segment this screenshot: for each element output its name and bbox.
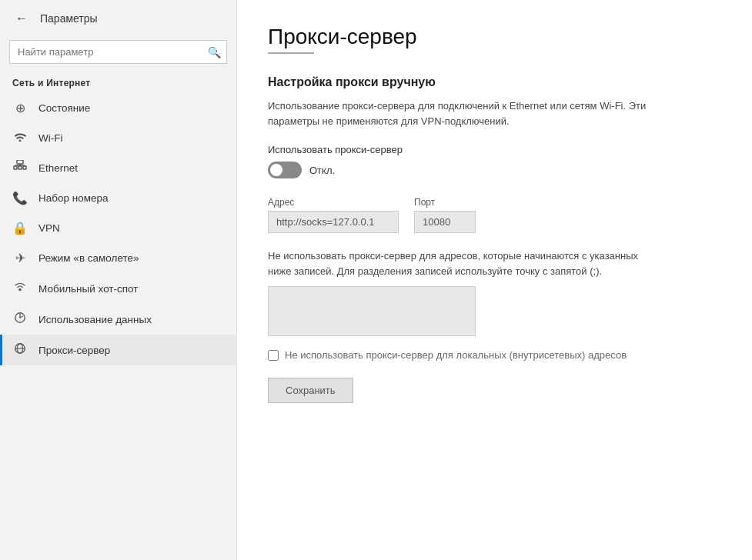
save-button[interactable]: Сохранить (268, 378, 353, 403)
svg-rect-0 (17, 160, 23, 164)
local-bypass-label: Не использовать прокси-сервер для локаль… (285, 348, 627, 362)
sidebar-item-ethernet[interactable]: Ethernet (0, 152, 236, 183)
page-title: Прокси-сервер (268, 25, 721, 49)
address-label: Адрес (268, 197, 399, 208)
hotspot-icon (12, 281, 28, 296)
sidebar-item-label: Прокси-сервер (38, 345, 110, 356)
local-bypass-row: Не использовать прокси-сервер для локаль… (268, 348, 645, 362)
sidebar-item-dialup[interactable]: 📞 Набор номера (0, 183, 236, 213)
port-field-group: Порт (414, 197, 476, 233)
manual-section-title: Настройка прокси вручную (268, 75, 721, 89)
sidebar-item-label: Ethernet (38, 162, 78, 174)
port-label: Порт (414, 197, 476, 208)
sidebar-nav: ⊕ Состояние Wi-Fi (0, 93, 236, 365)
address-field-group: Адрес (268, 197, 399, 233)
sidebar-item-label: Использование данных (38, 314, 152, 325)
proxy-toggle[interactable] (268, 162, 302, 178)
sidebar-item-vpn[interactable]: 🔒 VPN (0, 213, 236, 243)
sidebar-item-label: Режим «в самолете» (38, 252, 139, 264)
ethernet-icon (12, 160, 28, 175)
sidebar-item-label: Состояние (38, 102, 90, 114)
status-icon: ⊕ (12, 101, 28, 115)
sidebar-item-status[interactable]: ⊕ Состояние (0, 93, 236, 123)
airplane-icon: ✈ (12, 251, 28, 265)
svg-rect-1 (14, 166, 17, 169)
sidebar-item-label: VPN (38, 222, 60, 234)
sidebar-item-proxy[interactable]: Прокси-сервер (0, 335, 236, 365)
sidebar-header: ← Параметры (0, 0, 236, 37)
sidebar-item-datausage[interactable]: Использование данных (0, 304, 236, 335)
sidebar-item-wifi[interactable]: Wi-Fi (0, 123, 236, 152)
sidebar-item-label: Wi-Fi (38, 132, 62, 144)
title-underline (268, 52, 314, 54)
proxy-use-label: Использовать прокси-сервер (268, 144, 721, 155)
toggle-row: Откл. (268, 162, 721, 178)
svg-point-8 (18, 288, 22, 292)
section-label: Сеть и Интернет (0, 70, 236, 93)
main-content: Прокси-сервер Настройка прокси вручную И… (237, 0, 752, 560)
search-icon: 🔍 (208, 46, 221, 58)
svg-rect-2 (18, 166, 22, 169)
manual-description: Использование прокси-сервера для подключ… (268, 98, 653, 128)
exceptions-textarea[interactable] (268, 286, 476, 336)
sidebar-item-airplane[interactable]: ✈ Режим «в самолете» (0, 243, 236, 273)
search-box: 🔍 (9, 40, 227, 64)
svg-rect-3 (23, 166, 26, 169)
address-input[interactable] (268, 211, 399, 233)
sidebar-item-label: Мобильный хот-спот (38, 283, 138, 295)
toggle-knob (270, 164, 282, 176)
fields-row: Адрес Порт (268, 197, 721, 233)
back-button[interactable]: ← (12, 8, 31, 28)
wifi-icon (12, 131, 28, 145)
datausage-icon (12, 312, 28, 327)
sidebar-item-hotspot[interactable]: Мобильный хот-спот (0, 273, 236, 304)
search-input[interactable] (9, 40, 227, 64)
local-bypass-checkbox[interactable] (268, 350, 279, 361)
sidebar-item-label: Набор номера (38, 192, 109, 204)
dialup-icon: 📞 (12, 191, 28, 205)
toggle-status: Откл. (309, 165, 335, 176)
proxy-icon (12, 342, 28, 358)
port-input[interactable] (414, 211, 476, 233)
sidebar: ← Параметры 🔍 Сеть и Интернет ⊕ Состояни… (0, 0, 237, 560)
no-proxy-description: Не использовать прокси-сервер для адресо… (268, 248, 645, 278)
sidebar-title: Параметры (40, 12, 98, 25)
vpn-icon: 🔒 (12, 221, 28, 235)
